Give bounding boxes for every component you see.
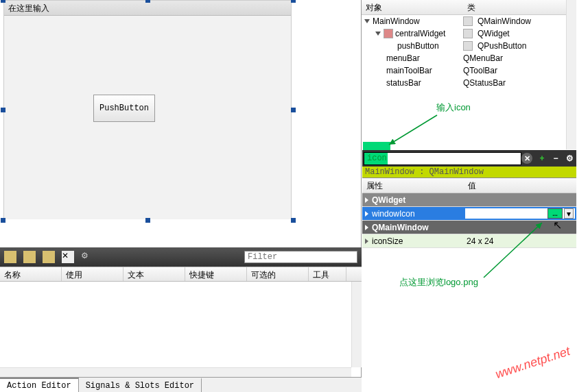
property-row-iconsize[interactable]: iconSize 24 x 24 xyxy=(362,234,576,248)
new-action-icon[interactable] xyxy=(4,251,16,263)
tab-action-editor[interactable]: Action Editor xyxy=(0,378,79,392)
col-property[interactable]: 属性 xyxy=(362,178,464,193)
col-class[interactable]: 类 xyxy=(463,0,480,14)
col-used[interactable]: 使用 xyxy=(62,267,123,281)
col-shortcut[interactable]: 快捷键 xyxy=(185,267,247,281)
property-filter-bar: ✕ + − ⚙ xyxy=(362,150,576,167)
action-toolbar: ✕ ⚙ xyxy=(0,247,362,267)
selection-handle[interactable] xyxy=(291,108,296,112)
config-icon[interactable]: ⚙ xyxy=(563,152,576,164)
property-filter-input[interactable] xyxy=(364,152,521,165)
filter-input[interactable] xyxy=(244,251,357,263)
property-list[interactable]: QWidget windowIcon ... ▾ QMainWindow ico… xyxy=(362,193,576,248)
col-checkable[interactable]: 可选的 xyxy=(247,267,309,281)
col-name[interactable]: 名称 xyxy=(0,267,62,281)
col-value[interactable]: 值 xyxy=(464,178,480,193)
browse-button[interactable]: ... xyxy=(547,208,563,219)
remove-property-icon[interactable]: − xyxy=(550,152,562,164)
annotation-text: 输入icon xyxy=(436,101,471,114)
tree-row[interactable]: statusBarQStatusBar xyxy=(362,77,576,89)
bottom-tabs: Action Editor Signals & Slots Editor xyxy=(0,377,362,392)
annotation-text: 点这里浏览logo.png xyxy=(399,276,478,289)
selection-handle[interactable] xyxy=(291,218,296,223)
tree-row[interactable]: pushButtonQPushButton xyxy=(362,40,576,52)
paste-action-icon[interactable] xyxy=(43,251,55,263)
copy-action-icon[interactable] xyxy=(23,251,36,263)
object-tree-header: 对象 类 xyxy=(362,0,576,15)
clear-filter-icon[interactable]: ✕ xyxy=(521,153,532,164)
config-icon[interactable]: ⚙ xyxy=(81,251,93,263)
tree-row[interactable]: mainToolBarQToolBar xyxy=(362,64,576,77)
property-breadcrumb: MainWindow : QMainWindow xyxy=(362,167,576,178)
scrollbar-vertical[interactable] xyxy=(566,0,576,149)
tree-row[interactable]: centralWidgetQWidget xyxy=(362,27,576,40)
col-object[interactable]: 对象 xyxy=(362,0,463,14)
property-group[interactable]: QMainWindow xyxy=(362,221,576,234)
widget-icon xyxy=(384,29,393,38)
property-group[interactable]: QWidget xyxy=(362,193,576,207)
tree-row[interactable]: MainWindowQMainWindow xyxy=(362,15,576,27)
delete-action-icon[interactable]: ✕ xyxy=(62,251,74,263)
widget-icon xyxy=(463,29,473,38)
property-header: 属性 值 xyxy=(362,178,576,193)
selection-handle[interactable] xyxy=(1,218,5,223)
action-list[interactable] xyxy=(0,282,362,367)
property-row-windowicon[interactable]: windowIcon ... ▾ xyxy=(362,207,576,221)
selection-handle[interactable] xyxy=(145,218,150,223)
selection-handle[interactable] xyxy=(291,0,296,3)
button-icon xyxy=(463,41,473,51)
tree-row[interactable]: menuBarQMenuBar xyxy=(362,52,576,64)
col-tooltip[interactable]: 工具 xyxy=(309,267,346,281)
dropdown-button[interactable]: ▾ xyxy=(564,208,574,219)
add-property-icon[interactable]: + xyxy=(536,152,548,164)
window-icon xyxy=(463,16,473,26)
push-button[interactable]: PushButton xyxy=(93,95,155,122)
object-tree[interactable]: MainWindowQMainWindow centralWidgetQWidg… xyxy=(362,15,576,89)
selection-handle[interactable] xyxy=(145,0,150,3)
col-text[interactable]: 文本 xyxy=(123,267,185,281)
form-title-bar: 在这里输入 xyxy=(4,1,291,16)
form-window[interactable]: 在这里输入 PushButton xyxy=(3,0,292,219)
tab-signals-slots[interactable]: Signals & Slots Editor xyxy=(79,378,202,392)
selection-handle[interactable] xyxy=(1,0,5,3)
selection-handle[interactable] xyxy=(1,108,5,112)
form-canvas[interactable]: PushButton xyxy=(4,16,291,219)
design-area: 在这里输入 PushButton ✕ ⚙ 名称 使用 文本 快捷键 可选的 工具… xyxy=(0,0,362,392)
action-columns: 名称 使用 文本 快捷键 可选的 工具 xyxy=(0,267,362,282)
scrollbar-horizontal[interactable] xyxy=(0,367,351,377)
scrollbar-vertical[interactable] xyxy=(351,282,362,367)
